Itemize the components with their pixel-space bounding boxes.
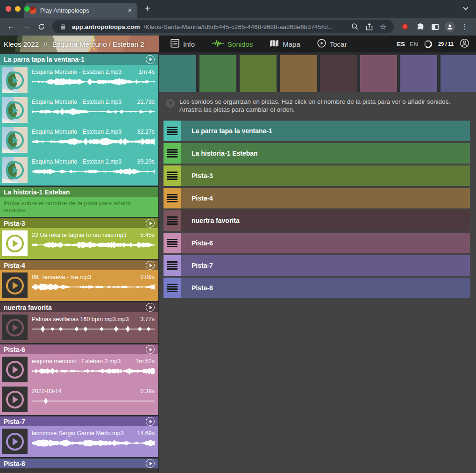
audio-clip[interactable]: lacrimosa Sergio García Merlo.mp314.69s [0, 426, 158, 456]
clip-play-icon[interactable] [6, 277, 24, 294]
track-header[interactable]: La parra tapa la ventana-1 [0, 54, 158, 65]
track-play-button[interactable] [146, 55, 155, 64]
extensions-puzzle-icon[interactable] [413, 20, 426, 33]
track-header[interactable]: Pista-6 [0, 343, 158, 354]
clip-thumbnail[interactable] [2, 429, 28, 454]
audio-clip[interactable]: 22 Ua reka te tagnia to rau niau.mp35.45… [0, 228, 158, 258]
track-row-bar[interactable]: nuertra favorita [181, 210, 470, 231]
clip-play-icon[interactable] [6, 361, 24, 379]
language-en[interactable]: EN [410, 41, 418, 48]
zoom-icon[interactable] [350, 23, 360, 30]
browser-tab[interactable]: Play Antropoloops × [24, 3, 137, 18]
maximize-window-button[interactable] [24, 6, 30, 12]
track-drag-handle[interactable] [163, 233, 181, 253]
track-play-button[interactable] [146, 345, 155, 354]
track-color-swatch[interactable] [320, 55, 357, 92]
browser-menu-icon[interactable]: ⋮ [458, 20, 471, 33]
clip-thumbnail[interactable] [2, 315, 28, 340]
clip-play-icon[interactable] [6, 101, 24, 119]
track-row[interactable]: Pista-6 [163, 233, 470, 253]
track-row-bar[interactable]: Pista-3 [181, 165, 470, 186]
clip-thumbnail[interactable] [2, 357, 28, 382]
clip-thumbnail[interactable] [2, 157, 28, 183]
track-header[interactable]: nuertra favorita [0, 301, 158, 312]
track-drag-handle[interactable] [163, 121, 181, 141]
nav-item-sonidos[interactable]: Sonidos [212, 39, 253, 49]
clip-play-icon[interactable] [6, 161, 24, 179]
minimize-window-button[interactable] [15, 6, 21, 12]
track-row-bar[interactable]: La parra tapa la ventana-1 [181, 121, 470, 141]
clip-thumbnail[interactable] [2, 67, 28, 93]
track-color-swatch[interactable] [280, 55, 317, 92]
clip-play-icon[interactable] [6, 391, 24, 408]
share-icon[interactable] [364, 23, 374, 31]
track-header[interactable]: Pista-4 [0, 259, 158, 270]
address-bar[interactable]: app.antropoloops.com /Kleos-Santa-Marina… [52, 20, 394, 33]
track-row[interactable]: Pista-8 [163, 278, 470, 298]
clip-thumbnail[interactable] [2, 387, 28, 412]
clip-play-icon[interactable] [6, 131, 24, 149]
profile-avatar[interactable] [443, 20, 456, 33]
audio-clip[interactable]: Esquina Mercurio - Esteban 2.mp31m 4s [0, 65, 158, 95]
track-play-button[interactable] [146, 303, 155, 312]
track-drag-handle[interactable] [163, 278, 181, 298]
audio-clip[interactable]: esquina mercurio : Esteban 2.mp31m 52s [0, 354, 158, 384]
track-row[interactable]: Pista-3 [163, 165, 470, 186]
record-extension-icon[interactable] [398, 20, 412, 33]
track-row-bar[interactable]: Pista-6 [181, 233, 470, 253]
track-row[interactable]: Pista-4 [163, 188, 470, 208]
track-play-button[interactable] [146, 219, 155, 228]
clip-thumbnail[interactable] [2, 127, 28, 153]
audio-clip[interactable]: 09. Temaeva - Iva.mp32.09s [0, 270, 158, 300]
clip-thumbnail[interactable] [2, 272, 28, 298]
reload-icon[interactable] [35, 20, 48, 33]
forward-arrow-icon[interactable]: → [20, 20, 33, 33]
track-header[interactable]: La historia-1 Esteban [0, 186, 158, 197]
track-color-swatch[interactable] [400, 55, 437, 92]
track-play-button[interactable] [146, 417, 155, 426]
back-arrow-icon[interactable]: ← [5, 20, 18, 33]
track-row-bar[interactable]: Pista-4 [181, 188, 470, 208]
clip-play-icon[interactable] [6, 72, 24, 89]
nav-item-info[interactable]: Info [171, 39, 195, 49]
audio-clip[interactable]: Esquina Mercurio - Esteban 2.mp321.73s [0, 95, 158, 125]
tab-search-chevron-icon[interactable] [462, 5, 469, 14]
track-row[interactable]: Pista-7 [163, 255, 470, 276]
clip-play-icon[interactable] [6, 319, 24, 337]
language-es[interactable]: ES [397, 41, 405, 48]
track-header[interactable]: Pista-7 [0, 415, 158, 426]
clip-play-icon[interactable] [6, 433, 24, 451]
track-drag-handle[interactable] [163, 165, 181, 186]
track-color-swatch[interactable] [240, 55, 277, 92]
track-color-swatch[interactable] [199, 55, 236, 92]
track-drag-handle[interactable] [163, 143, 181, 164]
track-row-bar[interactable]: Pista-8 [181, 278, 470, 298]
track-row-bar[interactable]: La historia-1 Esteban [181, 143, 470, 164]
audio-clip[interactable]: Esquina Mercurio - Esteban 2.mp339.29s [0, 155, 158, 185]
close-window-button[interactable] [6, 6, 11, 12]
track-play-button[interactable] [146, 459, 155, 468]
track-color-swatch[interactable] [159, 55, 196, 92]
track-drag-handle[interactable] [163, 210, 181, 231]
new-tab-button[interactable]: + [145, 3, 150, 18]
bookmark-star-icon[interactable]: ☆ [378, 22, 388, 31]
audio-clip[interactable]: Palmas sevillanas 160 bpm mp3.mp33.77s [0, 312, 158, 342]
track-color-swatch[interactable] [440, 55, 476, 92]
clip-thumbnail[interactable] [2, 97, 28, 123]
track-drag-handle[interactable] [163, 188, 181, 208]
audio-clip[interactable]: Esquina Mercurio - Esteban 2.mp332.27s [0, 125, 158, 155]
track-row[interactable]: La historia-1 Esteban [163, 143, 470, 164]
clip-play-icon[interactable] [6, 235, 24, 252]
track-header[interactable]: Pista-3 [0, 217, 158, 228]
track-color-swatch[interactable] [360, 55, 397, 92]
track-play-button[interactable] [146, 261, 155, 270]
clip-thumbnail[interactable] [2, 230, 28, 256]
account-icon[interactable] [460, 38, 469, 50]
track-row[interactable]: nuertra favorita [163, 210, 470, 231]
nav-item-mapa[interactable]: Mapa [270, 39, 300, 49]
track-row[interactable]: La parra tapa la ventana-1 [163, 121, 470, 141]
track-header[interactable]: Pista-8 [0, 457, 158, 468]
track-drag-handle[interactable] [163, 255, 181, 276]
side-panel-icon[interactable] [428, 20, 441, 33]
tab-close-icon[interactable]: × [127, 7, 133, 14]
